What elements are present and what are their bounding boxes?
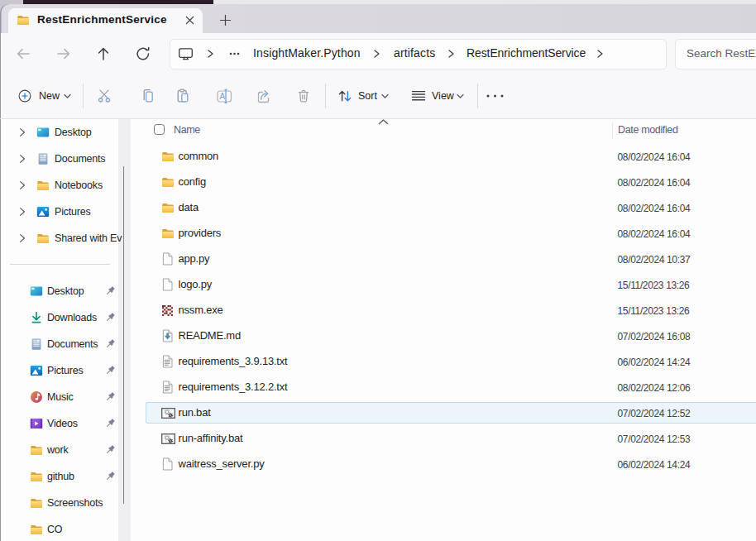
svg-text:A: A (220, 92, 226, 101)
